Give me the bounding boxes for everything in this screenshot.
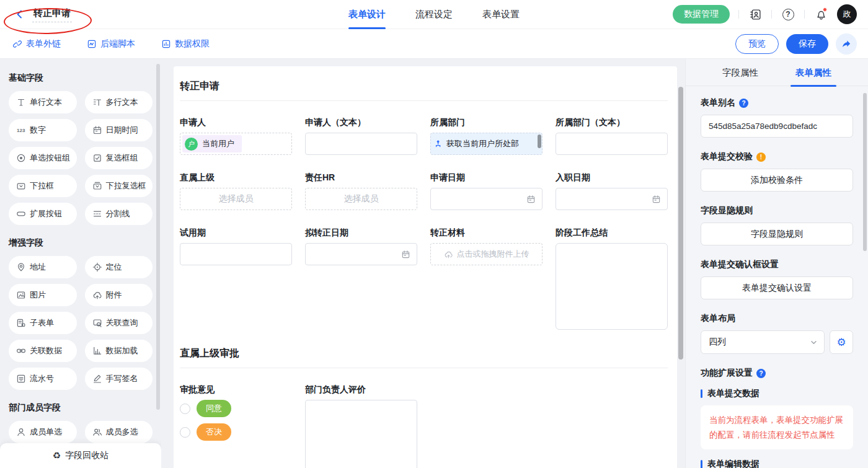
sidebar-item-image[interactable]: 图片 [9, 284, 77, 306]
sidebar-item-related-data[interactable]: 关联数据 [9, 340, 77, 362]
warning-icon[interactable] [756, 152, 766, 162]
field-applicant-text: 申请人（文本） [305, 117, 417, 155]
field-direct-leader: 直属上级 选择成员 [180, 172, 292, 210]
svg-text:123: 123 [17, 128, 25, 133]
data-manage-button[interactable]: 数据管理 [673, 5, 730, 24]
field-department: 所属部门 获取当前用户所处部 [430, 117, 542, 155]
sidebar-item-member-single[interactable]: 成员单选 [9, 421, 77, 443]
back-button[interactable] [12, 7, 27, 22]
field-recycle-bin[interactable]: ♻ 字段回收站 [0, 443, 161, 468]
form-card: 转正申请 申请人 户 当前用户 申请人（文本） [174, 66, 677, 468]
divider [771, 10, 772, 19]
enhanced-fields-grid: 地址 定位 图片 附件 子表单 [9, 256, 153, 390]
sidebar-scrollbar[interactable] [156, 64, 160, 410]
form-fields-grid: 申请人 户 当前用户 申请人（文本） 所属部门 [180, 117, 668, 330]
share-icon [841, 39, 851, 49]
materials-upload[interactable]: 点击或拖拽附件上传 [430, 243, 542, 265]
share-button[interactable] [836, 33, 857, 55]
form-external-link[interactable]: 表单外链 [12, 38, 61, 50]
department-scrollbar[interactable] [538, 135, 541, 148]
work-summary-textarea[interactable] [556, 243, 668, 330]
preview-button[interactable]: 预览 [735, 34, 779, 54]
sidebar-item-locate[interactable]: 定位 [85, 256, 153, 278]
manager-review-textarea[interactable] [305, 400, 417, 468]
help-icon[interactable] [756, 369, 766, 378]
sidebar-item-data-load[interactable]: 数据加载 [85, 340, 153, 362]
sidebar-item-single-line-text[interactable]: 单行文本 [9, 91, 77, 113]
notification-dot [823, 7, 827, 12]
datetime-icon [92, 125, 102, 135]
data-load-icon [92, 346, 102, 356]
canvas-scrollbar[interactable] [678, 87, 683, 360]
group-title-enhanced: 增强字段 [9, 237, 153, 249]
page-title[interactable]: 转正申请 [32, 6, 72, 22]
sidebar-item-radio-group[interactable]: 单选按钮组 [9, 147, 77, 169]
tab-form-design[interactable]: 表单设计 [348, 0, 386, 29]
department-control[interactable]: 获取当前用户所处部 [430, 133, 542, 155]
add-validation-button[interactable]: 添加校验条件 [701, 169, 853, 192]
gear-icon: ⚙ [836, 337, 846, 348]
data-permission-link[interactable]: 数据权限 [161, 38, 210, 50]
sidebar-item-checkbox-group[interactable]: 复选框组 [85, 147, 153, 169]
sidebar-item-multi-line-text[interactable]: 多行文本 [85, 91, 153, 113]
bell-icon[interactable] [813, 7, 828, 22]
save-button[interactable]: 保存 [786, 34, 828, 54]
members-icon [92, 427, 102, 437]
serial-icon [16, 374, 26, 384]
backend-script-link[interactable]: 后端脚本 [87, 38, 135, 50]
sidebar-item-related-query[interactable]: 关联查询 [85, 312, 153, 334]
sidebar-item-divider-line[interactable]: 分割线 [85, 203, 153, 225]
sidebar-item-serial-number[interactable]: 流水号 [9, 368, 77, 390]
sidebar-item-select[interactable]: 下拉框 [9, 175, 77, 197]
apply-date-input[interactable] [430, 188, 542, 210]
sidebar-item-datetime[interactable]: 日期时间 [85, 119, 153, 141]
sidebar-item-address[interactable]: 地址 [9, 256, 77, 278]
option-agree[interactable]: 同意 [180, 400, 292, 417]
calendar-icon [526, 195, 536, 204]
sidebar-item-multiselect[interactable]: 下拉复选框 [85, 175, 153, 197]
probation-input[interactable] [180, 243, 292, 265]
alias-input[interactable] [701, 115, 853, 138]
approval-grid: 审批意见 同意 否决 部门负责人评价 [180, 384, 668, 468]
field-materials: 转正材料 点击或拖拽附件上传 [430, 227, 542, 265]
hr-picker[interactable]: 选择成员 [305, 188, 417, 210]
help-icon[interactable] [781, 7, 795, 22]
tab-field-properties[interactable]: 字段属性 [722, 59, 758, 86]
tab-flow-settings[interactable]: 流程设定 [415, 0, 453, 29]
org-user-icon [435, 139, 443, 148]
avatar[interactable]: 政 [837, 4, 857, 24]
radio-icon[interactable] [180, 427, 190, 438]
textarea-icon [92, 97, 102, 107]
contacts-icon[interactable] [748, 7, 763, 22]
divider [804, 10, 805, 19]
agree-pill: 同意 [197, 400, 231, 417]
entry-date-input[interactable] [556, 188, 668, 210]
related-data-icon [16, 346, 26, 356]
applicant-control[interactable]: 户 当前用户 [180, 133, 292, 155]
sidebar-item-signature[interactable]: 手写签名 [85, 368, 153, 390]
field-department-text: 所属部门（文本） [556, 117, 668, 155]
layout-select[interactable]: 四列 [701, 330, 825, 354]
option-reject[interactable]: 否决 [180, 423, 292, 441]
panel-scrollbar[interactable] [863, 93, 867, 251]
direct-leader-picker[interactable]: 选择成员 [180, 188, 292, 210]
layout-settings-button[interactable]: ⚙ [830, 330, 853, 354]
sidebar-item-subform[interactable]: 子表单 [9, 312, 77, 334]
button-icon [16, 209, 26, 219]
radio-icon[interactable] [180, 404, 190, 414]
sidebar-item-attachment[interactable]: 附件 [85, 284, 153, 306]
planned-date-input[interactable] [305, 243, 417, 265]
form-toolbar: 表单外链 后端脚本 数据权限 预览 保存 [0, 29, 868, 59]
visibility-rules-button[interactable]: 字段显隐规则 [701, 223, 853, 245]
sidebar-item-extend-button[interactable]: 扩展按钮 [9, 203, 77, 225]
tab-form-settings[interactable]: 表单设置 [482, 0, 520, 29]
layout-row: 四列 ⚙ [701, 330, 853, 354]
tab-form-properties[interactable]: 表单属性 [795, 59, 831, 86]
department-text-input[interactable] [556, 133, 668, 155]
applicant-text-input[interactable] [305, 133, 417, 155]
help-icon[interactable] [739, 99, 748, 108]
submit-confirm-button[interactable]: 表单提交确认设置 [701, 276, 853, 299]
sidebar-item-member-multi[interactable]: 成员多选 [85, 421, 153, 443]
checkbox-icon [92, 153, 102, 163]
sidebar-item-number[interactable]: 123 数字 [9, 119, 77, 141]
